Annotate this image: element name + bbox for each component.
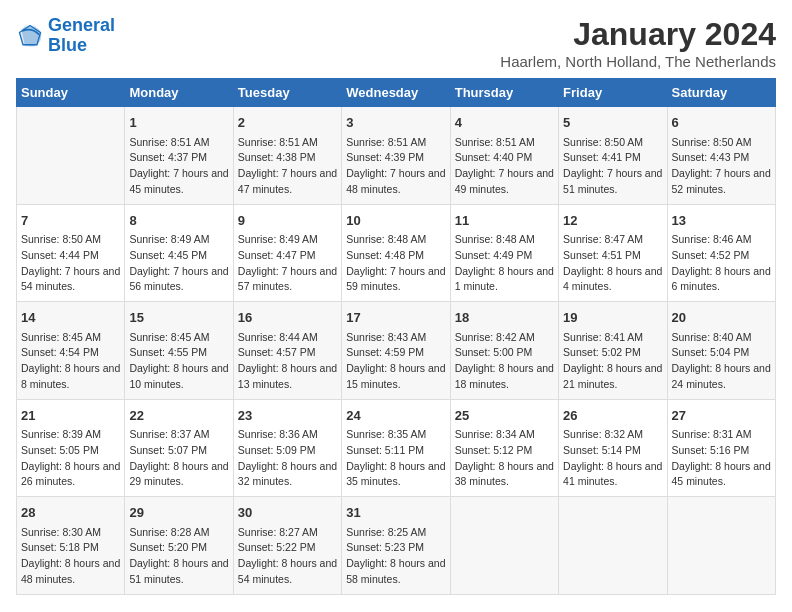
logo-text: General Blue: [48, 16, 115, 56]
sunset-text: Sunset: 4:43 PM: [672, 151, 750, 163]
daylight-text: Daylight: 8 hours and 18 minutes.: [455, 362, 554, 390]
sunrise-text: Sunrise: 8:42 AM: [455, 331, 535, 343]
sunset-text: Sunset: 4:48 PM: [346, 249, 424, 261]
logo-icon: [16, 22, 44, 50]
sunrise-text: Sunrise: 8:45 AM: [129, 331, 209, 343]
header-row: SundayMondayTuesdayWednesdayThursdayFrid…: [17, 79, 776, 107]
calendar-cell: 21Sunrise: 8:39 AMSunset: 5:05 PMDayligh…: [17, 399, 125, 497]
daylight-text: Daylight: 8 hours and 26 minutes.: [21, 460, 120, 488]
sunrise-text: Sunrise: 8:45 AM: [21, 331, 101, 343]
calendar-week-2: 7Sunrise: 8:50 AMSunset: 4:44 PMDaylight…: [17, 204, 776, 302]
day-number: 21: [21, 406, 120, 426]
sunrise-text: Sunrise: 8:37 AM: [129, 428, 209, 440]
calendar-cell: 19Sunrise: 8:41 AMSunset: 5:02 PMDayligh…: [559, 302, 667, 400]
day-content: Sunrise: 8:51 AMSunset: 4:39 PMDaylight:…: [346, 135, 445, 198]
day-number: 25: [455, 406, 554, 426]
day-content: Sunrise: 8:28 AMSunset: 5:20 PMDaylight:…: [129, 525, 228, 588]
sunset-text: Sunset: 5:05 PM: [21, 444, 99, 456]
day-number: 31: [346, 503, 445, 523]
sunset-text: Sunset: 5:18 PM: [21, 541, 99, 553]
day-number: 19: [563, 308, 662, 328]
day-number: 5: [563, 113, 662, 133]
sunset-text: Sunset: 5:14 PM: [563, 444, 641, 456]
calendar-cell: 20Sunrise: 8:40 AMSunset: 5:04 PMDayligh…: [667, 302, 775, 400]
daylight-text: Daylight: 8 hours and 58 minutes.: [346, 557, 445, 585]
daylight-text: Daylight: 8 hours and 13 minutes.: [238, 362, 337, 390]
day-content: Sunrise: 8:50 AMSunset: 4:43 PMDaylight:…: [672, 135, 771, 198]
day-number: 14: [21, 308, 120, 328]
sunset-text: Sunset: 4:47 PM: [238, 249, 316, 261]
day-content: Sunrise: 8:32 AMSunset: 5:14 PMDaylight:…: [563, 427, 662, 490]
daylight-text: Daylight: 8 hours and 35 minutes.: [346, 460, 445, 488]
day-content: Sunrise: 8:42 AMSunset: 5:00 PMDaylight:…: [455, 330, 554, 393]
calendar-cell: 16Sunrise: 8:44 AMSunset: 4:57 PMDayligh…: [233, 302, 341, 400]
day-content: Sunrise: 8:37 AMSunset: 5:07 PMDaylight:…: [129, 427, 228, 490]
calendar-cell: 15Sunrise: 8:45 AMSunset: 4:55 PMDayligh…: [125, 302, 233, 400]
sunrise-text: Sunrise: 8:49 AM: [129, 233, 209, 245]
day-content: Sunrise: 8:30 AMSunset: 5:18 PMDaylight:…: [21, 525, 120, 588]
day-content: Sunrise: 8:41 AMSunset: 5:02 PMDaylight:…: [563, 330, 662, 393]
day-number: 17: [346, 308, 445, 328]
sunrise-text: Sunrise: 8:36 AM: [238, 428, 318, 440]
day-content: Sunrise: 8:50 AMSunset: 4:44 PMDaylight:…: [21, 232, 120, 295]
daylight-text: Daylight: 8 hours and 8 minutes.: [21, 362, 120, 390]
sunset-text: Sunset: 5:12 PM: [455, 444, 533, 456]
day-number: 23: [238, 406, 337, 426]
day-number: 11: [455, 211, 554, 231]
daylight-text: Daylight: 7 hours and 51 minutes.: [563, 167, 662, 195]
day-content: Sunrise: 8:47 AMSunset: 4:51 PMDaylight:…: [563, 232, 662, 295]
calendar-cell: 18Sunrise: 8:42 AMSunset: 5:00 PMDayligh…: [450, 302, 558, 400]
calendar-cell: 8Sunrise: 8:49 AMSunset: 4:45 PMDaylight…: [125, 204, 233, 302]
sunrise-text: Sunrise: 8:48 AM: [346, 233, 426, 245]
day-content: Sunrise: 8:39 AMSunset: 5:05 PMDaylight:…: [21, 427, 120, 490]
sunrise-text: Sunrise: 8:48 AM: [455, 233, 535, 245]
day-number: 12: [563, 211, 662, 231]
calendar-cell: [559, 497, 667, 595]
day-content: Sunrise: 8:40 AMSunset: 5:04 PMDaylight:…: [672, 330, 771, 393]
daylight-text: Daylight: 8 hours and 10 minutes.: [129, 362, 228, 390]
sunrise-text: Sunrise: 8:51 AM: [129, 136, 209, 148]
sunset-text: Sunset: 4:41 PM: [563, 151, 641, 163]
sunset-text: Sunset: 4:39 PM: [346, 151, 424, 163]
daylight-text: Daylight: 8 hours and 6 minutes.: [672, 265, 771, 293]
logo-blue: Blue: [48, 36, 115, 56]
sunrise-text: Sunrise: 8:51 AM: [455, 136, 535, 148]
sunset-text: Sunset: 4:55 PM: [129, 346, 207, 358]
sunrise-text: Sunrise: 8:50 AM: [672, 136, 752, 148]
calendar-cell: [667, 497, 775, 595]
day-content: Sunrise: 8:48 AMSunset: 4:49 PMDaylight:…: [455, 232, 554, 295]
day-content: Sunrise: 8:50 AMSunset: 4:41 PMDaylight:…: [563, 135, 662, 198]
sunset-text: Sunset: 4:49 PM: [455, 249, 533, 261]
daylight-text: Daylight: 7 hours and 48 minutes.: [346, 167, 445, 195]
calendar-cell: 26Sunrise: 8:32 AMSunset: 5:14 PMDayligh…: [559, 399, 667, 497]
sunrise-text: Sunrise: 8:27 AM: [238, 526, 318, 538]
day-number: 15: [129, 308, 228, 328]
daylight-text: Daylight: 7 hours and 52 minutes.: [672, 167, 771, 195]
sunset-text: Sunset: 4:52 PM: [672, 249, 750, 261]
sunset-text: Sunset: 4:54 PM: [21, 346, 99, 358]
sunrise-text: Sunrise: 8:32 AM: [563, 428, 643, 440]
sunrise-text: Sunrise: 8:41 AM: [563, 331, 643, 343]
sunrise-text: Sunrise: 8:49 AM: [238, 233, 318, 245]
day-number: 10: [346, 211, 445, 231]
calendar-cell: 25Sunrise: 8:34 AMSunset: 5:12 PMDayligh…: [450, 399, 558, 497]
day-content: Sunrise: 8:51 AMSunset: 4:40 PMDaylight:…: [455, 135, 554, 198]
day-content: Sunrise: 8:49 AMSunset: 4:45 PMDaylight:…: [129, 232, 228, 295]
calendar-week-5: 28Sunrise: 8:30 AMSunset: 5:18 PMDayligh…: [17, 497, 776, 595]
day-content: Sunrise: 8:43 AMSunset: 4:59 PMDaylight:…: [346, 330, 445, 393]
day-number: 2: [238, 113, 337, 133]
sunrise-text: Sunrise: 8:50 AM: [563, 136, 643, 148]
calendar-cell: 4Sunrise: 8:51 AMSunset: 4:40 PMDaylight…: [450, 107, 558, 205]
calendar-week-1: 1Sunrise: 8:51 AMSunset: 4:37 PMDaylight…: [17, 107, 776, 205]
calendar-table: SundayMondayTuesdayWednesdayThursdayFrid…: [16, 78, 776, 595]
day-number: 7: [21, 211, 120, 231]
daylight-text: Daylight: 7 hours and 57 minutes.: [238, 265, 337, 293]
sunset-text: Sunset: 4:57 PM: [238, 346, 316, 358]
calendar-cell: 24Sunrise: 8:35 AMSunset: 5:11 PMDayligh…: [342, 399, 450, 497]
day-number: 6: [672, 113, 771, 133]
calendar-cell: 3Sunrise: 8:51 AMSunset: 4:39 PMDaylight…: [342, 107, 450, 205]
calendar-cell: 1Sunrise: 8:51 AMSunset: 4:37 PMDaylight…: [125, 107, 233, 205]
day-number: 3: [346, 113, 445, 133]
daylight-text: Daylight: 7 hours and 49 minutes.: [455, 167, 554, 195]
calendar-cell: 11Sunrise: 8:48 AMSunset: 4:49 PMDayligh…: [450, 204, 558, 302]
